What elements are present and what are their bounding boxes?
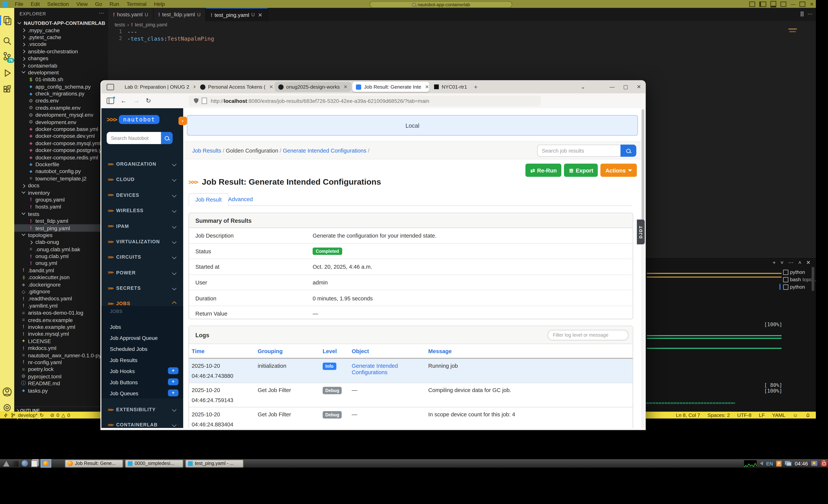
clipboard-manager-icon[interactable]: P (776, 461, 782, 466)
explorer-item[interactable]: ◈ docker-compose.dev.yml (14, 133, 108, 140)
menu-item[interactable]: Edit (27, 1, 43, 7)
explorer-item[interactable]: containerlab (14, 62, 108, 69)
job-search-input[interactable]: Search job results (537, 144, 621, 157)
explorer-item[interactable]: ≡ creds.env.example (14, 316, 108, 323)
explorer-item[interactable]: $ 01-initdb.sh (14, 76, 108, 83)
launcher-icon[interactable] (13, 461, 18, 466)
explorer-item[interactable]: ◆ check_migrations.py (14, 90, 108, 97)
explorer-more-actions-icon[interactable]: ⋯ (99, 10, 104, 16)
browser-minimize-button[interactable]: — (610, 84, 615, 90)
menu-item[interactable]: Run (106, 1, 123, 7)
command-center-search[interactable]: nautobot-app-containerlab (370, 1, 512, 8)
explorer-item[interactable]: ◇ .gitignore (14, 288, 108, 295)
submenu-item[interactable]: Job Hooks + (110, 367, 135, 375)
menu-item[interactable]: Terminal (123, 1, 150, 7)
log-column-header[interactable]: Object (349, 344, 425, 358)
nav-section[interactable]: >>> IPAM (101, 221, 183, 232)
submenu-item[interactable]: Job Buttons + (110, 378, 138, 386)
explorer-item[interactable]: ≡ .onug.clab.yml.bak (14, 246, 108, 253)
menu-item[interactable]: Go (91, 1, 106, 7)
browser-tab[interactable]: NYC01-rtr1 ✕ (430, 82, 471, 92)
explorer-item[interactable]: ! onug.yml (14, 260, 108, 267)
explorer-item[interactable]: inventory (14, 189, 108, 196)
submenu-item[interactable]: Jobs + (110, 323, 121, 330)
editor-tab[interactable]: ! hosts.yaml U ✕ (108, 8, 153, 21)
task-window-button[interactable]: 0000_simpledesi... (125, 459, 183, 467)
explorer-item[interactable]: tests (14, 210, 108, 217)
explorer-item[interactable]: ◆ app_config_schema.py (14, 83, 108, 90)
nav-section[interactable]: >>> CONTAINERLAB (101, 420, 183, 428)
tracking-shield-icon[interactable] (194, 98, 199, 103)
breadcrumb-link[interactable]: Job Results (192, 147, 221, 154)
explorer-item[interactable]: topologies (14, 232, 108, 239)
status-item[interactable]: YAML (772, 412, 785, 418)
explorer-item[interactable]: ◈ docker-compose.redis.yml (14, 154, 108, 161)
explorer-item[interactable]: ! invoke.mysql.yml (14, 331, 108, 338)
content-scrollbar[interactable] (641, 108, 645, 428)
job-search-button[interactable] (621, 144, 636, 157)
nav-section[interactable]: >>> CIRCUITS (101, 252, 183, 263)
terminal-session[interactable]: python (783, 269, 815, 276)
feedback-smiley-icon[interactable]: ☺ (793, 412, 798, 418)
nav-section[interactable]: >>> EXTENSIBILITY (101, 404, 183, 415)
warnings-icon[interactable]: △ (61, 412, 65, 418)
clock[interactable]: 04:46 (795, 461, 808, 466)
close-button[interactable]: ✕ (810, 2, 814, 7)
explorer-item[interactable]: ◈ Dockerfile (14, 161, 108, 168)
explorer-item[interactable]: ◆ tasks.py M (14, 387, 108, 394)
explorer-item[interactable]: ⚙ creds.env (14, 97, 108, 104)
breadcrumb-link[interactable]: Generate Intended Configurations (283, 147, 366, 154)
menu-item[interactable]: Selection (43, 1, 73, 7)
search-icon[interactable] (2, 36, 12, 46)
errors-icon[interactable]: ⊘ (50, 412, 54, 418)
tab-close-icon[interactable]: ✕ (269, 84, 273, 90)
editor-tab[interactable]: ! test_ping.yaml U ✕ (206, 8, 267, 21)
system-monitor-graph[interactable] (744, 460, 757, 466)
nautobot-search-input[interactable]: Search Nautobot (107, 132, 161, 144)
minimize-button[interactable]: — (791, 2, 795, 7)
editor-tab[interactable]: ! test_lldp.yaml U ✕ (153, 8, 206, 21)
firefox-view-icon[interactable] (107, 84, 114, 90)
reload-icon[interactable]: ↻ (146, 97, 151, 104)
explorer-item[interactable]: development (14, 69, 108, 76)
explorer-item[interactable]: ! hosts.yaml (14, 203, 108, 210)
explorer-item[interactable]: ⚙ development.env (14, 118, 108, 125)
tab-close-icon[interactable]: ✕ (258, 12, 262, 18)
account-icon[interactable] (2, 387, 12, 397)
editor-actions[interactable]: ⫿⫿⋯ (800, 11, 813, 17)
explorer-item[interactable]: .vscode (14, 41, 108, 48)
explorer-item[interactable]: ! .yamllint.yml (14, 302, 108, 309)
panel-scrollbar[interactable] (812, 267, 814, 291)
log-column-header[interactable]: Level (320, 344, 349, 358)
browser-close-button[interactable]: ✕ (637, 84, 641, 90)
log-object[interactable]: — (349, 408, 425, 428)
explorer-item[interactable]: ◈ docker-compose.mysql.yml (14, 140, 108, 147)
remote-icon[interactable] (3, 413, 8, 418)
explorer-item[interactable]: ! onug.clab.yml (14, 253, 108, 260)
log-filter-input[interactable]: Filter log level or message (548, 330, 628, 340)
nav-section[interactable]: >>> POWER (101, 267, 183, 278)
explorer-item[interactable]: ⓘ README.md (14, 380, 108, 387)
status-item[interactable]: Spaces: 2 (707, 412, 730, 418)
sync-icon[interactable]: ↻ (40, 412, 44, 418)
tab-job-result[interactable]: Job Result (189, 193, 229, 206)
forward-icon[interactable]: → (133, 97, 139, 104)
log-column-header[interactable]: Time (189, 344, 255, 358)
browser-maximize-button[interactable]: ▢ (623, 84, 628, 90)
explorer-item[interactable]: ◆ nautobot_config.py (14, 168, 108, 175)
log-column-header[interactable]: Grouping (255, 344, 320, 358)
task-window-button[interactable]: test_ping.yaml - ... (185, 459, 243, 467)
nautobot-search-button[interactable] (161, 132, 172, 144)
submenu-item[interactable]: Job Results + (110, 356, 137, 364)
explorer-item[interactable]: ◈ .dockerignore (14, 281, 108, 288)
add-button[interactable]: + (168, 378, 179, 385)
task-window-button[interactable]: Job Result: Gene... (65, 459, 123, 467)
run-debug-icon[interactable] (2, 68, 12, 78)
export-button[interactable]: ≣Export (564, 164, 598, 177)
tab-close-icon[interactable]: ✕ (193, 84, 195, 90)
status-items[interactable]: Ln 8, Col 7Spaces: 2UTF-8LFYAML (676, 412, 785, 418)
explorer-item[interactable]: clab-onug (14, 239, 108, 246)
terminal-session[interactable]: bash topo... (783, 276, 815, 283)
toggle-sidebar-icon[interactable] (760, 2, 767, 7)
explorer-item[interactable]: docs (14, 182, 108, 189)
